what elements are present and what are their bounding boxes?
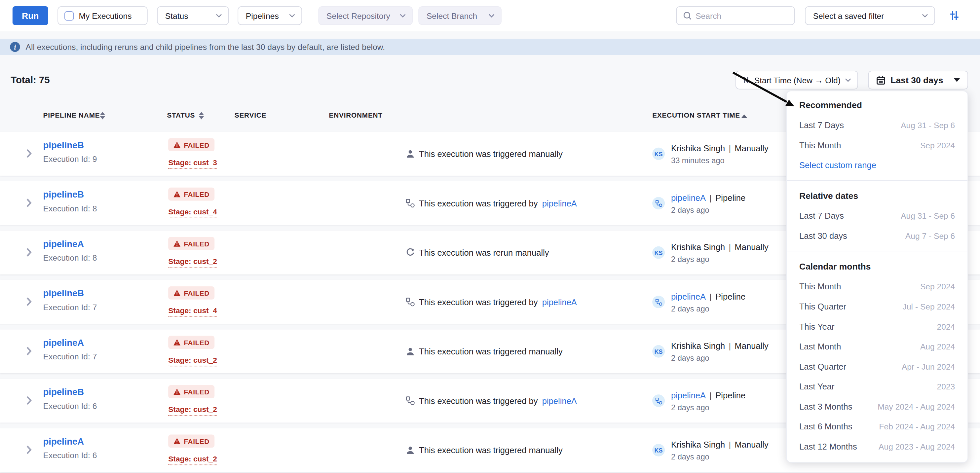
total-label: Total:: [11, 74, 37, 85]
status-badge: FAILED: [168, 286, 215, 300]
pipeline-name-link[interactable]: pipelineB: [43, 190, 97, 200]
failed-stage-link[interactable]: Stage: cust_2: [168, 405, 217, 416]
expand-row-icon[interactable]: [26, 346, 32, 356]
chevron-down-icon: [216, 14, 222, 17]
sort-toggle-icon[interactable]: [199, 112, 204, 119]
menu-item-last-7-days[interactable]: Last 7 DaysAug 31 - Sep 6: [799, 206, 955, 226]
trigger-type: Manually: [735, 243, 768, 252]
execution-id: Execution Id: 8: [43, 253, 97, 263]
warning-icon: [173, 289, 181, 296]
pipeline-icon: [655, 397, 662, 404]
saved-filter-dropdown[interactable]: Select a saved filter: [805, 6, 935, 25]
failed-stage-link[interactable]: Stage: cust_4: [168, 306, 217, 317]
expand-row-icon[interactable]: [26, 149, 32, 158]
menu-item-this-month[interactable]: This MonthSep 2024: [799, 276, 955, 297]
rerun-icon: [406, 248, 414, 257]
menu-item-last-30-days[interactable]: Last 30 daysAug 7 - Sep 6: [799, 225, 955, 246]
menu-item-last-quarter[interactable]: Last QuarterApr - Jun 2024: [799, 356, 955, 376]
pipeline-name-link[interactable]: pipelineB: [43, 288, 97, 298]
menu-item-this-quarter[interactable]: This QuarterJul - Sep 2024: [799, 296, 955, 316]
branch-filter-label: Select Branch: [426, 11, 477, 20]
pipeline-name-link[interactable]: pipelineB: [43, 140, 97, 150]
failed-stage-link[interactable]: Stage: cust_3: [168, 158, 217, 169]
pipelines-filter-label: Pipelines: [246, 11, 279, 20]
my-executions-toggle[interactable]: My Executions: [57, 6, 148, 25]
divider: [787, 180, 967, 181]
expand-row-icon[interactable]: [26, 396, 32, 405]
sort-toggle-icon[interactable]: [100, 112, 105, 119]
trigger-text: This execution was triggered by: [419, 396, 538, 405]
info-icon: i: [10, 42, 20, 52]
menu-item-last-year[interactable]: Last Year2023: [799, 376, 955, 396]
menu-item-last-12-months[interactable]: Last 12 MonthsAug 2023 - Aug 2024: [799, 436, 955, 457]
pipelines-filter-dropdown[interactable]: Pipelines: [237, 6, 302, 25]
sort-dropdown[interactable]: Start Time (New → Old): [735, 71, 858, 89]
search-box[interactable]: [676, 6, 795, 25]
my-executions-label: My Executions: [79, 11, 132, 20]
filter-settings-button[interactable]: [948, 9, 961, 22]
search-input[interactable]: [695, 11, 788, 20]
col-service: SERVICE: [235, 111, 266, 119]
date-range-button[interactable]: Last 30 days: [868, 71, 968, 89]
date-range-menu: Recommended Last 7 DaysAug 31 - Sep 6 Th…: [786, 90, 968, 462]
failed-stage-link[interactable]: Stage: cust_2: [168, 454, 217, 465]
repository-filter-label: Select Repository: [326, 11, 390, 20]
pipeline-name-link[interactable]: pipelineB: [43, 387, 97, 397]
chevron-down-icon: [289, 14, 295, 17]
menu-item-select-custom-range[interactable]: Select custom range: [799, 155, 955, 175]
trigger-text: This execution was rerun manually: [419, 248, 549, 257]
total-count: Total: 75: [11, 74, 50, 86]
expand-row-icon[interactable]: [26, 445, 32, 454]
user-icon: [406, 149, 414, 158]
expand-row-icon[interactable]: [26, 248, 32, 257]
pipeline-avatar: [652, 296, 665, 308]
trigger-type: Manually: [735, 144, 768, 153]
status-badge: FAILED: [168, 237, 215, 250]
col-pipeline-name[interactable]: PIPELINE NAME: [43, 111, 100, 119]
starter-name: Krishika Singh: [671, 341, 725, 351]
menu-section-recommended: Recommended: [799, 95, 955, 115]
col-execution-start-time[interactable]: EXECUTION START TIME: [652, 111, 740, 119]
failed-stage-link[interactable]: Stage: cust_2: [168, 257, 217, 268]
trigger-type: Manually: [735, 341, 768, 351]
sort-asc-icon: [741, 114, 748, 118]
status-badge: FAILED: [168, 434, 215, 448]
menu-item-last-7-days[interactable]: Last 7 DaysAug 31 - Sep 6: [799, 115, 955, 135]
col-status[interactable]: STATUS: [167, 111, 195, 119]
menu-item-last-3-months[interactable]: Last 3 MonthsMay 2024 - Aug 2024: [799, 396, 955, 416]
pipeline-icon: [406, 298, 414, 306]
failed-stage-link[interactable]: Stage: cust_2: [168, 356, 217, 366]
trigger-pipeline-link[interactable]: pipelineA: [542, 396, 577, 405]
user-icon: [406, 347, 414, 356]
expand-row-icon[interactable]: [26, 198, 32, 208]
pipeline-name-link[interactable]: pipelineA: [43, 338, 97, 348]
separator: |: [710, 292, 711, 301]
pipeline-name-link[interactable]: pipelineA: [43, 239, 97, 249]
run-button[interactable]: Run: [13, 6, 48, 25]
trigger-text: This execution was triggered by: [419, 297, 538, 306]
menu-item-this-year[interactable]: This Year2024: [799, 316, 955, 336]
trigger-text: This execution was triggered by: [419, 198, 538, 208]
my-executions-checkbox[interactable]: [64, 11, 74, 20]
failed-stage-link[interactable]: Stage: cust_4: [168, 208, 217, 218]
divider: [787, 251, 967, 251]
trigger-pipeline-link[interactable]: pipelineA: [542, 198, 577, 208]
branch-filter-dropdown[interactable]: Select Branch: [418, 6, 501, 25]
starter-pipeline-link[interactable]: pipelineA: [671, 391, 706, 400]
status-badge: FAILED: [168, 187, 215, 201]
menu-item-last-month[interactable]: Last MonthAug 2024: [799, 336, 955, 356]
menu-item-this-month[interactable]: This MonthSep 2024: [799, 135, 955, 155]
pipeline-name-link[interactable]: pipelineA: [43, 436, 97, 446]
menu-item-last-6-months[interactable]: Last 6 MonthsFeb 2024 - Aug 2024: [799, 416, 955, 436]
saved-filter-label: Select a saved filter: [813, 11, 884, 20]
trigger-pipeline-link[interactable]: pipelineA: [542, 297, 577, 306]
starter-pipeline-link[interactable]: pipelineA: [671, 292, 706, 301]
repository-filter-dropdown[interactable]: Select Repository: [318, 6, 413, 25]
warning-icon: [173, 240, 181, 247]
status-filter-dropdown[interactable]: Status: [157, 6, 229, 25]
time-ago: 2 days ago: [671, 354, 768, 362]
pipeline-icon: [655, 200, 662, 207]
user-icon: [406, 446, 414, 454]
starter-pipeline-link[interactable]: pipelineA: [671, 193, 706, 203]
expand-row-icon[interactable]: [26, 297, 32, 306]
